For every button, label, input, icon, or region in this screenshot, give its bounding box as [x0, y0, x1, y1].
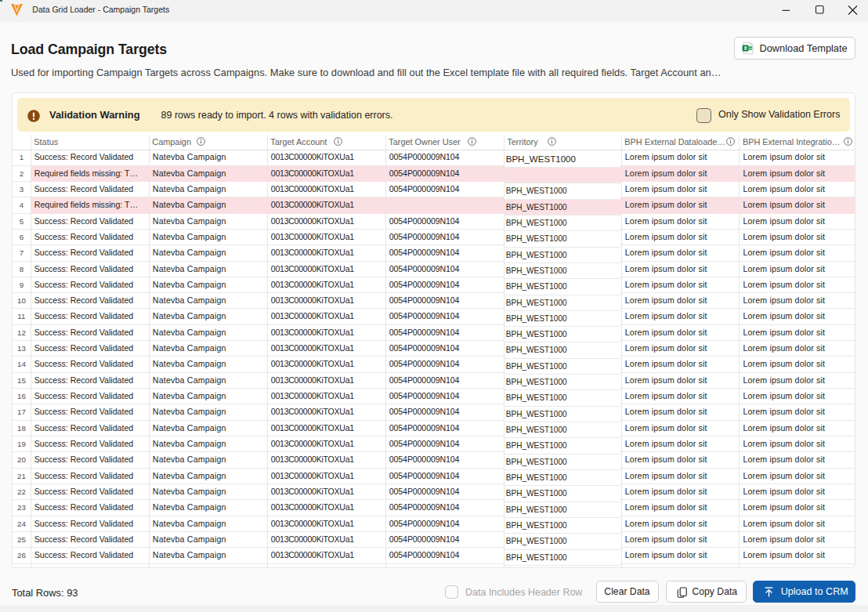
- svg-text:X: X: [743, 45, 747, 51]
